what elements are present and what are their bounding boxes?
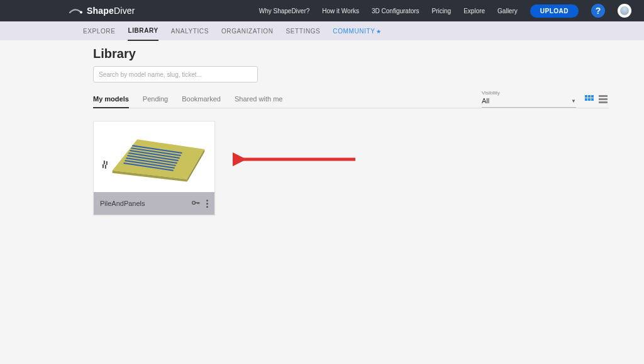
brand-name: ShapeDiver xyxy=(87,6,135,16)
tab-shared[interactable]: Shared with me xyxy=(235,95,282,108)
model-grid: PileAndPanels xyxy=(93,121,609,215)
svg-point-16 xyxy=(192,202,196,205)
list-view-button[interactable] xyxy=(599,95,609,104)
secnav-explore[interactable]: EXPLORE xyxy=(83,22,115,40)
key-icon xyxy=(191,199,200,208)
model-title: PileAndPanels xyxy=(100,200,191,207)
library-tabs: My models Pending Bookmarked Shared with… xyxy=(93,95,282,108)
topnav-pricing[interactable]: Pricing xyxy=(432,8,452,14)
brand-logo[interactable]: ShapeDiver xyxy=(69,6,135,16)
model-thumbnail xyxy=(94,122,214,192)
tabs-row: My models Pending Bookmarked Shared with… xyxy=(93,90,609,108)
tab-bookmarked[interactable]: Bookmarked xyxy=(182,95,221,108)
topnav-why[interactable]: Why ShapeDiver? xyxy=(259,8,310,14)
svg-rect-19 xyxy=(199,202,199,203)
secnav-community-label: COMMUNITY xyxy=(333,28,375,35)
visibility-value: All xyxy=(482,97,489,105)
secnav-organization[interactable]: ORGANIZATION xyxy=(221,22,274,40)
page-content: Library My models Pending Bookmarked Sha… xyxy=(0,40,644,215)
visibility-label: Visibility xyxy=(482,90,576,96)
search-box[interactable] xyxy=(93,66,258,82)
grid-view-button[interactable] xyxy=(585,95,595,104)
chevron-down-icon: ▼ xyxy=(571,98,576,104)
secnav-settings[interactable]: SETTINGS xyxy=(286,22,321,40)
secnav-analytics[interactable]: ANALYTICS xyxy=(171,22,209,40)
secondary-nav: EXPLORE LIBRARY ANALYTICS ORGANIZATION S… xyxy=(0,21,644,40)
svg-rect-13 xyxy=(106,161,108,165)
topbar: ShapeDiver Why ShapeDiver? How it Works … xyxy=(0,0,644,21)
upload-button[interactable]: UPLOAD xyxy=(530,4,579,18)
kebab-menu-icon[interactable] xyxy=(206,200,208,208)
model-card[interactable]: PileAndPanels xyxy=(93,121,215,215)
view-toggles xyxy=(585,95,609,108)
avatar[interactable] xyxy=(618,4,631,18)
secnav-library[interactable]: LIBRARY xyxy=(128,21,158,41)
logo-swoosh-icon xyxy=(69,6,83,15)
star-icon: ★ xyxy=(376,28,382,35)
visibility-select[interactable]: All ▼ xyxy=(482,96,576,108)
svg-rect-12 xyxy=(104,161,105,164)
top-nav: Why ShapeDiver? How it Works 3D Configur… xyxy=(259,4,631,18)
topnav-3dconfig[interactable]: 3D Configurators xyxy=(372,8,419,14)
tab-pending[interactable]: Pending xyxy=(143,95,168,108)
topnav-explore[interactable]: Explore xyxy=(464,8,485,14)
thumbnail-icon xyxy=(94,122,214,192)
page-title: Library xyxy=(93,47,609,61)
secnav-community[interactable]: COMMUNITY★ xyxy=(333,22,382,40)
svg-rect-18 xyxy=(197,202,198,204)
topnav-gallery[interactable]: Gallery xyxy=(497,8,518,14)
svg-point-0 xyxy=(80,11,82,14)
svg-rect-14 xyxy=(103,164,104,168)
tab-my-models[interactable]: My models xyxy=(93,95,129,108)
search-input[interactable] xyxy=(99,71,252,78)
model-card-footer: PileAndPanels xyxy=(94,192,214,215)
svg-rect-15 xyxy=(105,165,106,169)
help-button[interactable]: ? xyxy=(591,4,605,18)
avatar-icon xyxy=(620,6,629,15)
topnav-howitworks[interactable]: How it Works xyxy=(322,8,359,14)
visibility-filter[interactable]: Visibility All ▼ xyxy=(482,90,576,108)
